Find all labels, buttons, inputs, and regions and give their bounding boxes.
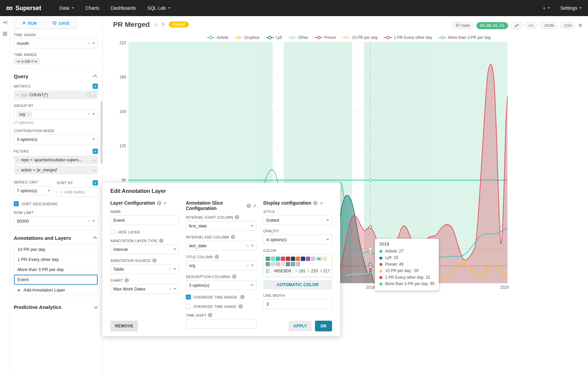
superset-brand[interactable]: ∞ Superset bbox=[6, 5, 41, 12]
override-time-grain-control[interactable]: OVERRIDE TIME GRAIN i bbox=[186, 304, 257, 309]
legend-item[interactable]: Preset bbox=[315, 35, 336, 40]
color-swatch[interactable] bbox=[281, 262, 285, 266]
clear-icon[interactable]: × bbox=[88, 41, 90, 46]
legend-item[interactable]: Dropbox bbox=[234, 35, 259, 40]
clear-icon[interactable]: × bbox=[246, 263, 249, 268]
sidebar-scrollbar[interactable] bbox=[101, 102, 102, 164]
export-csv-button[interactable]: .CSV bbox=[560, 22, 575, 29]
info-icon[interactable]: i bbox=[124, 278, 129, 282]
add-annotation-layer-button[interactable]: + Add Annotation Layer bbox=[14, 285, 98, 295]
group-by-tag[interactable]: org × bbox=[17, 111, 32, 117]
remove-button[interactable]: REMOVE bbox=[110, 321, 138, 331]
sort-descending-control[interactable]: ✓ SORT DESCENDING bbox=[14, 201, 98, 206]
new-item-button[interactable]: + bbox=[543, 5, 550, 11]
name-input[interactable]: Event bbox=[110, 215, 179, 225]
info-icon[interactable]: i bbox=[159, 238, 163, 243]
info-icon[interactable]: i bbox=[152, 258, 157, 263]
altered-badge[interactable]: Altered bbox=[169, 21, 189, 28]
legend-item[interactable]: 1 PR Every other day bbox=[384, 35, 432, 40]
legend-item[interactable]: 10 PR per day bbox=[342, 35, 378, 40]
predictive-analytics-section-header[interactable]: Predictive Analytics bbox=[14, 300, 98, 310]
annotation-layer-type-select[interactable]: Interval bbox=[110, 245, 179, 254]
interval-start-column-select[interactable]: first_date bbox=[186, 221, 257, 231]
time-grain-select[interactable]: month × bbox=[14, 39, 98, 48]
info-icon[interactable]: i bbox=[215, 255, 219, 259]
opacity-select[interactable]: 4 option(s) bbox=[263, 235, 332, 245]
save-button[interactable]: SAVE bbox=[45, 18, 77, 28]
sort-by-select[interactable]: + Add metric bbox=[57, 187, 98, 197]
color-swatch[interactable] bbox=[316, 257, 322, 261]
legend-item[interactable]: Airbnb bbox=[207, 35, 228, 40]
hide-layer-checkbox[interactable] bbox=[110, 229, 115, 234]
title-column-select[interactable]: org × bbox=[186, 261, 257, 270]
nav-sql-lab[interactable]: SQL Lab bbox=[147, 5, 170, 11]
annotation-layer-item[interactable]: 1 PR Every other day bbox=[14, 255, 98, 265]
legend-item[interactable]: Other bbox=[288, 35, 308, 40]
sort-descending-checkbox[interactable]: ✓ bbox=[14, 201, 19, 206]
more-menu-icon[interactable]: ≡ bbox=[579, 22, 582, 29]
help-icon[interactable]: ? bbox=[87, 93, 92, 97]
remove-metric-icon[interactable]: × bbox=[16, 93, 19, 97]
override-time-grain-checkbox[interactable] bbox=[186, 304, 191, 309]
clear-icon[interactable]: × bbox=[169, 287, 171, 291]
description-columns-select[interactable]: 3 option(s) bbox=[186, 280, 257, 290]
color-swatch[interactable] bbox=[271, 262, 275, 266]
clear-icon[interactable]: × bbox=[169, 267, 171, 271]
color-swatch[interactable] bbox=[291, 262, 295, 266]
ok-button[interactable]: OK bbox=[315, 321, 332, 331]
clear-icon[interactable]: × bbox=[88, 112, 90, 116]
hex-input[interactable]: #B5E9D9 bbox=[271, 268, 293, 274]
filter-pill[interactable]: × repo = 'apache/incubator-supers... › bbox=[14, 156, 98, 164]
query-section-header[interactable]: Query bbox=[14, 69, 98, 79]
time-range-value[interactable]: -∞ ≤ col < ∞ bbox=[14, 58, 40, 64]
annotation-layer-item[interactable]: 10 PR per day bbox=[14, 245, 98, 255]
override-time-range-checkbox[interactable]: ✓ bbox=[186, 294, 191, 300]
color-swatch[interactable] bbox=[296, 257, 300, 261]
legend-item[interactable]: More than 3 PR per day bbox=[438, 35, 491, 40]
interval-end-column-select[interactable]: last_date × bbox=[186, 241, 257, 251]
color-swatch[interactable] bbox=[301, 257, 305, 261]
chart-select[interactable]: Max Work Dates × bbox=[110, 284, 179, 294]
filter-pill[interactable]: × action = 'pr_merged' › bbox=[14, 166, 98, 174]
automatic-color-button[interactable]: AUTOMATIC COLOR bbox=[263, 280, 332, 289]
run-button[interactable]: RUN bbox=[14, 18, 45, 28]
info-icon[interactable]: i bbox=[313, 201, 318, 205]
collapse-panel-icon[interactable] bbox=[3, 20, 7, 26]
color-swatch[interactable] bbox=[323, 257, 327, 261]
color-swatch[interactable] bbox=[291, 257, 295, 261]
info-icon[interactable]: i bbox=[247, 204, 251, 208]
edit-properties-icon[interactable]: ✎ bbox=[161, 22, 165, 27]
color-swatch[interactable] bbox=[266, 262, 270, 266]
style-select[interactable]: Dotted bbox=[263, 215, 332, 225]
embed-code-button[interactable]: </> bbox=[525, 22, 537, 29]
annotations-section-header[interactable]: Annotations and Layers bbox=[14, 230, 98, 241]
info-icon[interactable]: i bbox=[157, 201, 161, 205]
color-swatch[interactable] bbox=[271, 257, 275, 261]
override-time-range-control[interactable]: ✓ OVERRIDE TIME RANGE i bbox=[186, 294, 257, 300]
nav-charts[interactable]: Charts bbox=[86, 5, 99, 11]
info-icon[interactable]: i bbox=[208, 313, 212, 317]
color-swatch[interactable] bbox=[276, 262, 280, 266]
remove-filter-icon[interactable]: × bbox=[16, 158, 19, 162]
clear-icon[interactable]: × bbox=[246, 244, 249, 248]
annotation-source-select[interactable]: Table × bbox=[110, 264, 179, 274]
group-by-select[interactable]: org × × bbox=[14, 109, 98, 119]
info-icon[interactable]: i bbox=[235, 215, 239, 219]
color-swatch[interactable] bbox=[286, 257, 290, 261]
remove-filter-icon[interactable]: × bbox=[16, 168, 19, 172]
series-limit-select[interactable]: 7 option(s) bbox=[14, 186, 53, 196]
annotation-layer-item[interactable]: More than 3 PR per day bbox=[14, 265, 98, 275]
hide-layer-control[interactable]: HIDE LAYER bbox=[110, 229, 179, 234]
settings-menu[interactable]: Settings bbox=[560, 5, 582, 11]
info-icon[interactable]: i bbox=[231, 235, 235, 239]
color-swatch[interactable] bbox=[281, 257, 285, 261]
nav-dashboards[interactable]: Dashboards bbox=[111, 5, 136, 11]
add-filter-button[interactable]: + bbox=[93, 149, 98, 154]
remove-tag-icon[interactable]: × bbox=[27, 112, 30, 116]
color-swatch[interactable] bbox=[286, 262, 290, 266]
color-swatch[interactable] bbox=[276, 257, 280, 261]
legend-item[interactable]: Lyft bbox=[266, 35, 282, 40]
nav-data[interactable]: Data bbox=[59, 5, 74, 11]
info-icon[interactable]: i bbox=[232, 274, 236, 279]
color-swatch[interactable] bbox=[266, 257, 270, 261]
